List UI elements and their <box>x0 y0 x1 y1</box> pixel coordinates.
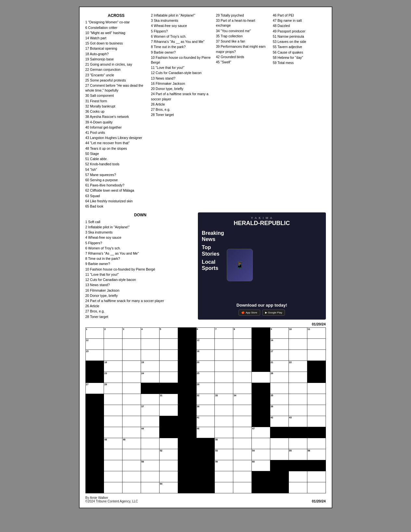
grid-cell-0,0[interactable]: 1 <box>85 327 104 338</box>
grid-cell-11,2[interactable] <box>122 449 141 460</box>
grid-cell-2,10[interactable]: 17 <box>270 349 289 361</box>
grid-cell-4,2[interactable] <box>122 372 141 383</box>
grid-cell-5,1[interactable]: 28 <box>104 383 122 394</box>
grid-cell-4,11[interactable] <box>289 372 307 383</box>
grid-cell-8,7[interactable] <box>215 416 233 427</box>
grid-cell-5,2[interactable] <box>122 383 141 394</box>
grid-cell-3,7[interactable] <box>215 361 233 372</box>
grid-cell-6,1[interactable] <box>104 394 122 405</box>
grid-cell-14,1[interactable] <box>104 482 122 493</box>
grid-cell-11,11[interactable]: 55 <box>289 449 307 460</box>
grid-cell-5,7[interactable] <box>215 383 233 394</box>
grid-cell-9,9[interactable]: 47 <box>252 427 270 438</box>
grid-cell-8,6[interactable]: 41 <box>196 416 215 427</box>
grid-cell-1,6[interactable]: 13 <box>196 338 215 349</box>
ad-link-top[interactable]: TopStories <box>202 244 224 257</box>
grid-cell-7,3[interactable]: 37 <box>141 405 160 416</box>
grid-cell-10,3[interactable] <box>141 438 160 449</box>
grid-cell-3,2[interactable] <box>122 361 141 372</box>
grid-cell-14,12[interactable] <box>307 482 326 493</box>
grid-cell-6,11[interactable] <box>289 394 307 405</box>
grid-cell-0,12[interactable]: 11 <box>307 327 326 338</box>
grid-cell-1,0[interactable]: 12 <box>85 338 104 349</box>
grid-cell-13,12[interactable] <box>307 471 326 482</box>
google-play-btn[interactable]: ▶ Google Play <box>262 310 285 316</box>
grid-cell-2,2[interactable] <box>122 349 141 361</box>
grid-cell-5,11[interactable] <box>289 383 307 394</box>
grid-cell-5,12[interactable] <box>307 383 326 394</box>
grid-cell-13,4[interactable] <box>159 471 178 482</box>
grid-cell-10,2[interactable]: 49 <box>122 438 141 449</box>
grid-cell-7,6[interactable]: 38 <box>196 405 215 416</box>
grid-cell-7,7[interactable] <box>215 405 233 416</box>
grid-cell-1,7[interactable] <box>215 338 233 349</box>
grid-cell-14,3[interactable] <box>141 482 160 493</box>
grid-cell-13,2[interactable] <box>122 471 141 482</box>
grid-cell-7,12[interactable] <box>307 405 326 416</box>
grid-cell-6,3[interactable] <box>141 394 160 405</box>
grid-cell-14,2[interactable] <box>122 482 141 493</box>
grid-cell-4,3[interactable]: 24 <box>141 372 160 383</box>
grid-cell-13,7[interactable] <box>215 471 233 482</box>
grid-cell-2,1[interactable] <box>104 349 122 361</box>
grid-cell-0,1[interactable]: 2 <box>104 327 122 338</box>
grid-cell-11,10[interactable] <box>270 449 289 460</box>
grid-cell-10,8[interactable] <box>233 438 252 449</box>
grid-cell-4,1[interactable]: 23 <box>104 372 122 383</box>
grid-cell-4,9[interactable] <box>252 372 270 383</box>
grid-cell-12,7[interactable]: 59 <box>215 460 233 471</box>
grid-cell-12,1[interactable] <box>104 460 122 471</box>
grid-cell-8,3[interactable] <box>141 416 160 427</box>
grid-cell-4,8[interactable] <box>233 372 252 383</box>
grid-cell-3,10[interactable]: 21 <box>270 361 289 372</box>
grid-cell-7,11[interactable] <box>289 405 307 416</box>
grid-cell-10,7[interactable]: 50 <box>215 438 233 449</box>
grid-cell-5,10[interactable] <box>270 383 289 394</box>
grid-cell-8,12[interactable] <box>307 416 326 427</box>
grid-cell-10,9[interactable] <box>252 438 270 449</box>
grid-cell-1,3[interactable] <box>141 338 160 349</box>
grid-cell-11,9[interactable]: 54 <box>252 449 270 460</box>
grid-cell-13,3[interactable] <box>141 471 160 482</box>
grid-cell-3,11[interactable]: 22 <box>289 361 307 372</box>
grid-cell-0,3[interactable]: 4 <box>141 327 160 338</box>
grid-cell-9,1[interactable] <box>104 427 122 438</box>
grid-cell-6,8[interactable]: 34 <box>233 394 252 405</box>
grid-cell-10,4[interactable] <box>159 438 178 449</box>
grid-cell-8,11[interactable]: 43 <box>289 416 307 427</box>
grid-cell-0,4[interactable]: 5 <box>159 327 178 338</box>
grid-cell-2,0[interactable]: 15 <box>85 349 104 361</box>
grid-cell-1,1[interactable] <box>104 338 122 349</box>
grid-cell-4,4[interactable] <box>159 372 178 383</box>
grid-cell-11,8[interactable] <box>233 449 252 460</box>
grid-cell-8,1[interactable] <box>104 416 122 427</box>
grid-cell-14,7[interactable] <box>215 482 233 493</box>
grid-cell-2,4[interactable] <box>159 349 178 361</box>
grid-cell-5,6[interactable]: 29 <box>196 383 215 394</box>
grid-cell-12,8[interactable] <box>233 460 252 471</box>
grid-cell-6,10[interactable]: 35 <box>270 394 289 405</box>
grid-cell-3,3[interactable]: 19 <box>141 361 160 372</box>
grid-cell-2,12[interactable] <box>307 349 326 361</box>
grid-cell-7,8[interactable] <box>233 405 252 416</box>
grid-cell-4,10[interactable]: 26 <box>270 372 289 383</box>
grid-cell-10,11[interactable] <box>289 438 307 449</box>
grid-cell-1,4[interactable] <box>159 338 178 349</box>
grid-cell-14,11[interactable] <box>289 482 307 493</box>
grid-cell-13,11[interactable] <box>289 471 307 482</box>
app-store-btn[interactable]: 🍎 App Store <box>238 310 260 316</box>
grid-cell-5,8[interactable] <box>233 383 252 394</box>
grid-cell-6,4[interactable]: 31 <box>159 394 178 405</box>
grid-cell-1,11[interactable] <box>289 338 307 349</box>
grid-cell-0,11[interactable]: 10 <box>289 327 307 338</box>
grid-cell-1,2[interactable] <box>122 338 141 349</box>
grid-cell-0,6[interactable]: 6 <box>196 327 215 338</box>
grid-cell-6,12[interactable] <box>307 394 326 405</box>
grid-cell-6,6[interactable]: 32 <box>196 394 215 405</box>
grid-cell-4,7[interactable] <box>215 372 233 383</box>
ad-link-local[interactable]: LocalSports <box>202 259 224 271</box>
grid-cell-0,2[interactable]: 3 <box>122 327 141 338</box>
grid-cell-9,3[interactable]: 44 <box>141 427 160 438</box>
grid-cell-9,7[interactable] <box>215 427 233 438</box>
grid-cell-9,8[interactable] <box>233 427 252 438</box>
